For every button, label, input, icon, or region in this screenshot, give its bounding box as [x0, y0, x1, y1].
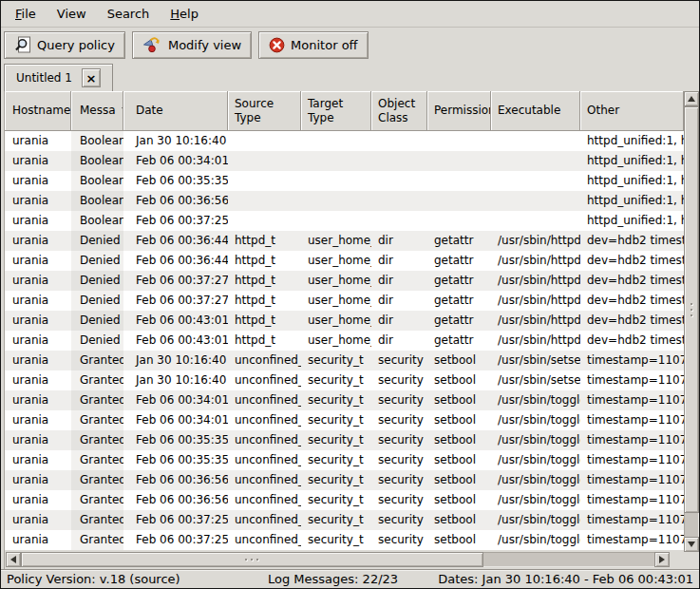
- cell: /usr/sbin/httpd: [491, 231, 580, 251]
- cell: Feb 06 00:34:01: [123, 151, 228, 171]
- cell: [427, 151, 491, 171]
- column-header-executable[interactable]: Executable: [491, 91, 580, 131]
- cell: /usr/sbin/toggle: [491, 510, 580, 530]
- horizontal-scrollbar-trough[interactable]: [21, 552, 654, 567]
- cell: security_t: [301, 490, 371, 510]
- column-header-label: Date: [136, 104, 163, 118]
- query-policy-icon: [14, 36, 31, 53]
- table-row[interactable]: uraniaGrantedFeb 06 00:37:25unconfined_s…: [5, 510, 684, 530]
- column-header-label: Other: [587, 104, 619, 118]
- cell: urania: [5, 171, 71, 191]
- cell: setbool: [427, 370, 491, 390]
- cell: /usr/sbin/setseb: [491, 351, 580, 370]
- scroll-up-button[interactable]: [684, 91, 699, 106]
- monitor-off-button[interactable]: Monitor off: [258, 31, 368, 59]
- column-header-messa[interactable]: Messa: [71, 91, 123, 131]
- table-row[interactable]: uraniaBooleanFeb 06 00:37:25httpd_unifie…: [5, 211, 684, 231]
- vertical-scrollbar[interactable]: [684, 91, 699, 552]
- cell: Granted: [71, 470, 123, 490]
- column-header-other[interactable]: Other: [580, 91, 684, 131]
- cell: [228, 191, 301, 211]
- column-header-hostname[interactable]: Hostname: [5, 91, 71, 131]
- table-row[interactable]: uraniaDeniedFeb 06 00:36:44httpd_tuser_h…: [5, 231, 684, 251]
- cell: [228, 131, 301, 151]
- table-row[interactable]: uraniaGrantedFeb 06 00:34:01unconfined_s…: [5, 390, 684, 410]
- cell: security: [371, 390, 427, 410]
- cell: [427, 171, 491, 191]
- grip-icon: [691, 309, 692, 311]
- cell: dir: [371, 311, 427, 331]
- cell: Feb 06 00:35:35: [123, 430, 228, 450]
- table-row[interactable]: uraniaBooleanFeb 06 00:36:56httpd_unifie…: [5, 191, 684, 211]
- cell: security_t: [301, 390, 371, 410]
- table-row[interactable]: uraniaGrantedFeb 06 00:35:35unconfined_s…: [5, 430, 684, 450]
- table-row[interactable]: uraniaBooleanJan 30 10:16:40httpd_unifie…: [5, 131, 684, 151]
- cell: [371, 191, 427, 211]
- cell: [301, 191, 371, 211]
- cell: [301, 171, 371, 191]
- cell: Feb 06 00:36:56: [123, 470, 228, 490]
- cell: timestamp=11076: [580, 410, 684, 430]
- cell: getattr: [427, 331, 491, 351]
- table-row[interactable]: uraniaDeniedFeb 06 00:36:44httpd_tuser_h…: [5, 251, 684, 271]
- menu-search[interactable]: Search: [97, 3, 161, 25]
- scroll-left-button[interactable]: [6, 552, 21, 567]
- scroll-right-button[interactable]: [654, 552, 670, 567]
- cell: /usr/sbin/httpd: [491, 251, 580, 271]
- table-row[interactable]: uraniaGrantedFeb 06 00:36:56unconfined_s…: [5, 470, 684, 490]
- vertical-scrollbar-trough[interactable]: [684, 106, 699, 537]
- scroll-down-button[interactable]: [684, 537, 699, 552]
- table-row[interactable]: uraniaGrantedJan 30 10:16:40unconfined_s…: [5, 351, 684, 370]
- cell: Feb 06 00:37:25: [123, 510, 228, 530]
- cell: urania: [5, 211, 71, 231]
- cell: setbool: [427, 430, 491, 450]
- cell: Granted: [71, 490, 123, 510]
- cell: [427, 131, 491, 151]
- table-filler: [5, 550, 684, 551]
- column-header-label: Messa: [80, 104, 116, 118]
- column-header-object[interactable]: Object Class: [371, 91, 427, 131]
- column-header-date[interactable]: Date: [123, 91, 228, 131]
- table-row[interactable]: uraniaDeniedFeb 06 00:43:01httpd_tuser_h…: [5, 311, 684, 331]
- tab-untitled-1[interactable]: Untitled 1 ×: [4, 64, 113, 91]
- cell: /usr/sbin/httpd: [491, 291, 580, 311]
- modify-view-button[interactable]: Modify view: [132, 31, 252, 59]
- horizontal-scrollbar[interactable]: [6, 552, 670, 567]
- table-row[interactable]: uraniaGrantedFeb 06 00:35:35unconfined_s…: [5, 450, 684, 470]
- cell: Granted: [71, 370, 123, 390]
- table-row[interactable]: uraniaBooleanFeb 06 00:34:01httpd_unifie…: [5, 151, 684, 171]
- cell: urania: [5, 370, 71, 390]
- cell: unconfined_: [228, 510, 301, 530]
- cell: /usr/sbin/setseb: [491, 370, 580, 390]
- menu-view[interactable]: View: [47, 3, 97, 25]
- cell: setbool: [427, 530, 491, 550]
- cell: /usr/sbin/httpd: [491, 271, 580, 291]
- vertical-scrollbar-thumb[interactable]: [684, 106, 699, 513]
- table-row[interactable]: uraniaDeniedFeb 06 00:37:27httpd_tuser_h…: [5, 271, 684, 291]
- cell: unconfined_: [228, 530, 301, 550]
- table-row[interactable]: uraniaGrantedJan 30 10:16:40unconfined_s…: [5, 370, 684, 390]
- column-header-target[interactable]: Target Type: [301, 91, 371, 131]
- menu-help[interactable]: Help: [160, 3, 209, 25]
- table-row[interactable]: uraniaGrantedFeb 06 00:34:01unconfined_s…: [5, 410, 684, 430]
- cell: user_home_: [301, 231, 371, 251]
- cell: security: [371, 530, 427, 550]
- table-row[interactable]: uraniaGrantedFeb 06 00:36:56unconfined_s…: [5, 490, 684, 510]
- horizontal-scrollbar-thumb[interactable]: [21, 552, 483, 567]
- cell: [491, 211, 580, 231]
- menu-file[interactable]: File: [5, 3, 47, 25]
- cell: security: [371, 450, 427, 470]
- table-row[interactable]: uraniaDeniedFeb 06 00:37:27httpd_tuser_h…: [5, 291, 684, 311]
- query-policy-button[interactable]: Query policy: [4, 31, 125, 59]
- cell: [427, 191, 491, 211]
- table-row[interactable]: uraniaDeniedFeb 06 00:43:01httpd_tuser_h…: [5, 331, 684, 351]
- cell: Jan 30 10:16:40: [123, 351, 228, 370]
- table-row[interactable]: uraniaGrantedFeb 06 00:37:25unconfined_s…: [5, 530, 684, 550]
- column-header-permission[interactable]: Permission: [427, 91, 491, 131]
- column-header-source[interactable]: Source Type: [228, 91, 301, 131]
- tab-close-button[interactable]: ×: [82, 68, 101, 87]
- cell: [371, 211, 427, 231]
- cell: /usr/sbin/toggle: [491, 410, 580, 430]
- table-row[interactable]: uraniaBooleanFeb 06 00:35:35httpd_unifie…: [5, 171, 684, 191]
- cell: setbool: [427, 490, 491, 510]
